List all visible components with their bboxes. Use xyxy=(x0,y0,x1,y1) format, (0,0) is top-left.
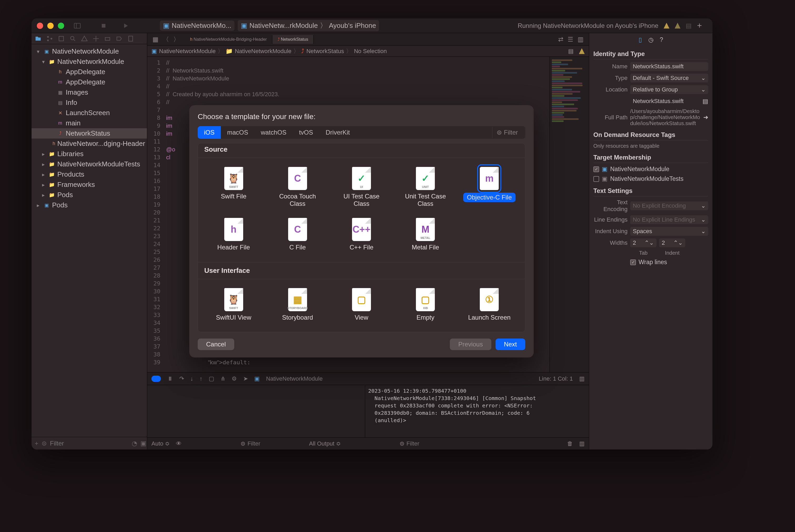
template-swiftui-view[interactable]: 🦉SWIFTSwiftUI View xyxy=(204,285,263,324)
tree-file[interactable]: ✕LaunchScreen xyxy=(32,108,147,118)
tree-workspace[interactable]: ▸▣Pods xyxy=(32,200,147,210)
editor-tab-active[interactable]: ⤴ NetworkStatus xyxy=(272,35,314,44)
step-over-button[interactable]: ↷ xyxy=(179,375,184,382)
variables-filter-input[interactable] xyxy=(247,440,287,447)
find-navigator-icon[interactable] xyxy=(70,35,76,42)
scheme-selector[interactable]: ▣ NativeNetworkMo... ▣ NativeNetw...rkMo… xyxy=(160,20,379,31)
tree-file[interactable]: mAppDelegate xyxy=(32,77,147,87)
quicklook-icon[interactable]: 👁 xyxy=(176,440,182,447)
add-tab-button[interactable]: + xyxy=(697,21,702,31)
memory-graph-icon[interactable]: ⋔ xyxy=(221,375,225,382)
tree-group[interactable]: ▸📁Frameworks xyxy=(32,179,147,190)
step-into-button[interactable]: ↓ xyxy=(190,375,193,382)
project-navigator-icon[interactable] xyxy=(35,35,41,42)
tree-file-selected[interactable]: ⤴NetworkStatus xyxy=(32,128,147,138)
encoding-select[interactable]: No Explicit Encoding⌄ xyxy=(630,201,708,210)
minimize-window-button[interactable] xyxy=(47,23,54,29)
platform-tab-tvos[interactable]: tvOS xyxy=(292,126,319,139)
platform-tab-macos[interactable]: macOS xyxy=(221,126,254,139)
template-header-file[interactable]: hHeader File xyxy=(204,215,263,254)
tree-folder[interactable]: ▾📁NativeNetworkModule xyxy=(32,57,147,67)
auto-variables-selector[interactable]: Auto ≎ xyxy=(151,440,170,447)
scm-filter-icon[interactable]: ▣ xyxy=(140,440,147,447)
adjust-editor-icon[interactable]: ☰ xyxy=(568,36,573,43)
warning-icon[interactable] xyxy=(675,23,680,28)
target-membership-row[interactable]: ✓▣NativeNetworkModule xyxy=(593,166,708,173)
issue-navigator-icon[interactable] xyxy=(81,35,88,42)
pause-button[interactable]: ⏸ xyxy=(167,375,173,382)
add-editor-icon[interactable]: ▥ xyxy=(578,36,584,43)
cancel-button[interactable]: Cancel xyxy=(198,339,234,350)
template-c-file[interactable]: C++C++ File xyxy=(332,215,391,254)
tree-file[interactable]: hNativeNetwor...dging-Header xyxy=(32,138,147,149)
help-inspector-icon[interactable]: ? xyxy=(660,36,663,43)
editor-tab-inactive[interactable]: h NativeNetworkModule-Bridging-Header xyxy=(185,35,272,44)
template-ui-test-case-class[interactable]: ✓UIUI Test CaseClass xyxy=(332,164,391,210)
template-objective-c-file[interactable]: mObjective-C File xyxy=(460,164,519,210)
template-empty[interactable]: ▢XIBEmpty xyxy=(396,285,455,324)
back-button[interactable]: 〈 xyxy=(163,35,169,44)
debug-navigator-icon[interactable] xyxy=(104,35,111,42)
tree-root[interactable]: ▾▣NativeNetworkModule xyxy=(32,46,147,57)
add-file-button[interactable]: + xyxy=(35,440,38,447)
breakpoint-navigator-icon[interactable] xyxy=(116,35,122,42)
tree-group[interactable]: ▸📁Pods xyxy=(32,190,147,200)
minimap[interactable] xyxy=(549,57,589,372)
platform-tab-ios[interactable]: iOS xyxy=(198,126,221,139)
tab-width-stepper[interactable]: 2⌃⌄ xyxy=(630,239,657,247)
template-metal-file[interactable]: MMETALMetal File xyxy=(396,215,455,254)
editor-options-icon[interactable]: ⇄ xyxy=(558,36,563,43)
sidebar-toggle-icon[interactable] xyxy=(74,22,81,30)
location-icon[interactable]: ➤ xyxy=(243,375,248,382)
checkbox-off-icon[interactable] xyxy=(593,176,599,182)
variables-view[interactable] xyxy=(147,385,365,437)
recent-filter-icon[interactable]: ◔ xyxy=(132,440,137,447)
tree-group[interactable]: ▸📁Products xyxy=(32,169,147,179)
jump-bar[interactable]: ▣NativeNetworkModule〉 📁NativeNetworkModu… xyxy=(147,46,589,57)
warning-icon[interactable] xyxy=(579,49,585,54)
tree-file[interactable]: mmain xyxy=(32,118,147,128)
step-out-button[interactable]: ↑ xyxy=(200,375,203,382)
folder-icon[interactable]: ▤ xyxy=(702,98,708,105)
breakpoints-toggle[interactable] xyxy=(151,376,161,382)
tree-file[interactable]: ▦Images xyxy=(32,87,147,97)
zoom-window-button[interactable] xyxy=(58,23,64,29)
line-endings-select[interactable]: No Explicit Line Endings⌄ xyxy=(630,215,708,224)
template-filter[interactable]: ⊜Filter xyxy=(492,127,522,138)
forward-button[interactable]: 〉 xyxy=(173,35,179,44)
template-unit-test-case-class[interactable]: ✓UNITUnit Test CaseClass xyxy=(396,164,455,210)
wrap-lines-checkbox[interactable]: ✓ xyxy=(630,260,636,265)
related-items-icon[interactable]: ▦ xyxy=(152,36,158,43)
template-storyboard[interactable]: ▦STORYBOARDStoryboard xyxy=(268,285,327,324)
warning-icon[interactable] xyxy=(664,23,669,28)
template-cocoa-touch-class[interactable]: CCocoa TouchClass xyxy=(268,164,327,210)
stop-button[interactable] xyxy=(100,22,107,30)
debug-view-icon[interactable]: ▢ xyxy=(209,375,214,382)
target-membership-row[interactable]: ▣NativeNetworkModuleTests xyxy=(593,175,708,183)
close-window-button[interactable] xyxy=(37,23,43,29)
indent-using-select[interactable]: Spaces⌄ xyxy=(630,227,708,236)
file-inspector-icon[interactable]: ▯ xyxy=(639,36,642,43)
location-select[interactable]: Relative to Group⌄ xyxy=(630,85,708,94)
navigator-filter-input[interactable] xyxy=(50,440,129,447)
library-icon[interactable]: ▤ xyxy=(686,22,692,30)
hide-debug-icon[interactable]: ▥ xyxy=(579,375,585,382)
source-control-icon[interactable] xyxy=(46,35,53,42)
previous-button[interactable]: Previous xyxy=(450,339,491,350)
console-filter-input[interactable] xyxy=(406,440,446,447)
template-launch-screen[interactable]: ①Launch Screen xyxy=(460,285,519,324)
environment-icon[interactable]: ⚙ xyxy=(232,375,237,382)
tree-file[interactable]: ▤Info xyxy=(32,97,147,108)
toggle-console-icon[interactable]: ▥ xyxy=(579,440,585,447)
indent-width-stepper[interactable]: 2⌃⌄ xyxy=(659,239,685,247)
file-name-field[interactable]: NetworkStatus.swift xyxy=(630,62,708,71)
platform-tab-watchos[interactable]: watchOS xyxy=(254,126,292,139)
next-button[interactable]: Next xyxy=(496,339,525,350)
run-button[interactable] xyxy=(122,22,129,30)
trash-icon[interactable]: 🗑 xyxy=(567,440,573,447)
tree-group[interactable]: ▸📁NativeNetworkModuleTests xyxy=(32,159,147,169)
checkbox-on-icon[interactable]: ✓ xyxy=(593,166,599,172)
file-type-select[interactable]: Default - Swift Source⌄ xyxy=(630,74,708,82)
console-output[interactable]: 2023-05-16 12:39:05.798477+0100 NativeNe… xyxy=(365,385,589,437)
reveal-icon[interactable]: ➜ xyxy=(703,114,708,121)
